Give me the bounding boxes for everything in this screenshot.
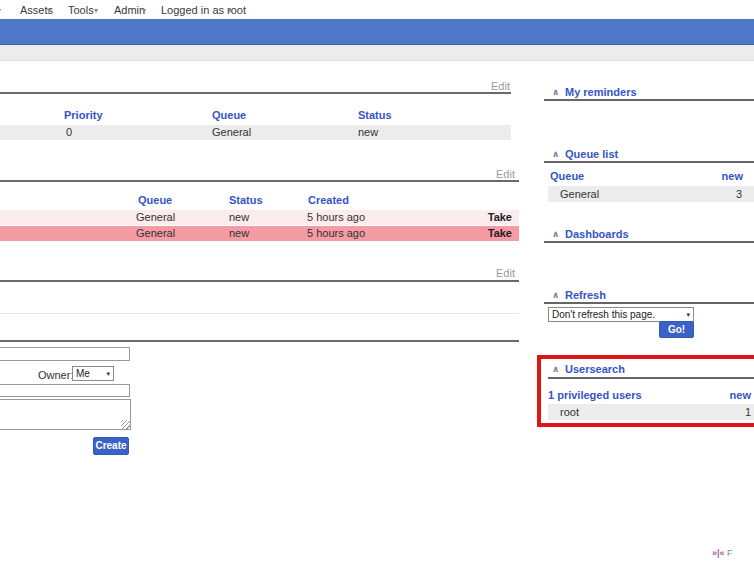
table-row[interactable]: General new 5 hours ago Take	[0, 210, 519, 225]
user-name[interactable]: root	[560, 406, 579, 418]
owner-select[interactable]: Me ▾	[72, 366, 114, 381]
col-header-queue[interactable]: Queue	[138, 194, 172, 206]
cell-priority: 0	[66, 126, 72, 138]
priority-section-rule	[0, 92, 511, 94]
collapse-icon[interactable]: ∧	[552, 149, 559, 159]
priority-section-edit-link[interactable]: Edit	[0, 80, 510, 92]
menu-admin[interactable]: Admin	[114, 4, 145, 16]
sidebar-title-usersearch[interactable]: Usersearch	[565, 363, 625, 375]
select-caret-icon: ▾	[106, 370, 110, 378]
refresh-go-button[interactable]: Go!	[659, 321, 694, 338]
sidebar-title-refresh[interactable]: Refresh	[565, 289, 606, 301]
owner-select-value: Me	[76, 368, 90, 379]
queue-list-row[interactable]: General 3	[548, 186, 754, 202]
take-link[interactable]: Take	[488, 211, 512, 223]
privileged-users-link[interactable]: 1 privileged users	[548, 389, 642, 401]
footer-partial-text: F	[727, 548, 733, 558]
quick-create-rule	[0, 340, 519, 342]
usersearch-header-new[interactable]: new	[730, 389, 751, 401]
user-new-count[interactable]: 1	[745, 406, 751, 418]
cell-queue: General	[136, 211, 175, 223]
usersearch-row[interactable]: root 1	[548, 404, 754, 420]
col-header-queue[interactable]: Queue	[212, 109, 246, 121]
collapse-icon[interactable]: ∧	[552, 87, 559, 97]
cell-queue: General	[212, 126, 251, 138]
cell-status: new	[358, 126, 378, 138]
col-header-status[interactable]: Status	[229, 194, 263, 206]
collapse-icon[interactable]: ∧	[552, 290, 559, 300]
unowned-section-edit-link[interactable]: Edit	[0, 168, 515, 180]
partial-menu-dropdown-icon[interactable]: ▾	[0, 6, 1, 15]
col-header-created[interactable]: Created	[308, 194, 349, 206]
sidebar-title-my-reminders[interactable]: My reminders	[565, 86, 637, 98]
page-header-banner	[0, 19, 754, 45]
subject-input[interactable]	[0, 347, 130, 361]
col-header-status[interactable]: Status	[358, 109, 392, 121]
bookmarked-section-edit-link[interactable]: Edit	[0, 267, 515, 279]
create-button[interactable]: Create	[93, 437, 129, 455]
unowned-section-rule	[0, 180, 519, 182]
bookmarked-section-rule	[0, 280, 519, 282]
chevron-down-icon: ▾	[47, 6, 51, 15]
col-header-priority[interactable]: Priority	[64, 109, 103, 121]
table-row[interactable]: 0 General new	[0, 125, 511, 140]
requestors-input[interactable]	[0, 384, 130, 397]
chevron-down-icon: ▾	[228, 6, 232, 15]
chevron-down-icon: ▾	[94, 6, 98, 15]
queue-name[interactable]: General	[560, 188, 599, 200]
top-menu-bar: ▾ Assets ▾ Tools ▾ Admin ▾ Logged in as …	[0, 0, 754, 19]
section-divider	[0, 313, 519, 314]
sidebar-rule	[544, 241, 754, 243]
queue-new-count[interactable]: 3	[736, 188, 742, 200]
bestpractical-logo-icon: »|«	[712, 548, 725, 558]
content-textarea[interactable]	[0, 399, 131, 430]
owner-label: Owner:	[38, 369, 73, 381]
collapse-icon[interactable]: ∧	[552, 229, 559, 239]
menu-logged-in-as-root[interactable]: Logged in as root	[161, 4, 246, 16]
textarea-resize-grip[interactable]	[121, 420, 130, 429]
sidebar-rule	[544, 302, 754, 304]
collapse-icon[interactable]: ∧	[552, 364, 559, 374]
refresh-select-value: Don't refresh this page.	[552, 309, 655, 320]
cell-created: 5 hours ago	[307, 227, 365, 239]
cell-created: 5 hours ago	[307, 211, 365, 223]
sidebar-rule	[548, 377, 754, 379]
sidebar-title-queue-list[interactable]: Queue list	[565, 148, 618, 160]
queue-list-header-new[interactable]: new	[722, 170, 743, 182]
queue-list-header-queue[interactable]: Queue	[550, 170, 584, 182]
refresh-select[interactable]: Don't refresh this page. ▾	[548, 307, 694, 322]
select-caret-icon: ▾	[686, 311, 690, 319]
table-row[interactable]: General new 5 hours ago Take	[0, 226, 519, 241]
sidebar-rule	[544, 161, 754, 163]
cell-status: new	[229, 211, 249, 223]
sidebar-title-dashboards[interactable]: Dashboards	[565, 228, 629, 240]
menu-tools[interactable]: Tools	[68, 4, 94, 16]
take-link[interactable]: Take	[488, 227, 512, 239]
chevron-down-icon: ▾	[142, 6, 146, 15]
subheader-strip	[0, 45, 754, 61]
sidebar-rule	[544, 99, 754, 101]
cell-queue: General	[136, 227, 175, 239]
cell-status: new	[229, 227, 249, 239]
